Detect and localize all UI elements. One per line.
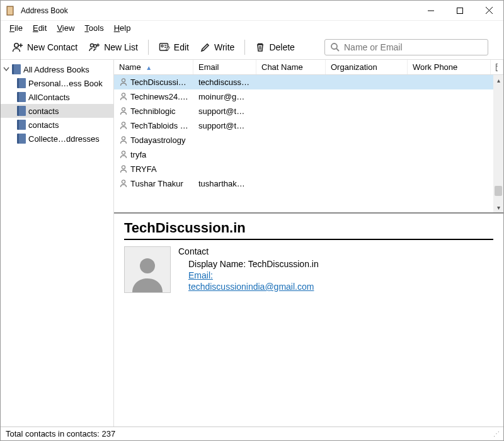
cell-chat <box>256 183 326 185</box>
sidebar-item-label: Personal…ess Book <box>28 79 103 88</box>
delete-label: Delete <box>269 42 294 52</box>
contact-detail: TechDiscussion.in Contact Display Name: … <box>114 214 503 427</box>
cell-org <box>326 111 408 112</box>
col-org[interactable]: Organization <box>326 60 408 74</box>
cell-name: TRYFA <box>114 164 193 175</box>
delete-button[interactable]: Delete <box>250 40 299 55</box>
email-label-link[interactable]: Email: <box>188 270 213 280</box>
sidebar-item[interactable]: Collecte…ddresses <box>1 132 113 146</box>
col-email[interactable]: Email <box>193 60 256 74</box>
book-icon <box>17 92 26 102</box>
sidebar-item-label: Collecte…ddresses <box>28 134 100 144</box>
detail-title: TechDiscussion.in <box>124 220 493 240</box>
sidebar-item-label: AllContacts <box>28 93 70 102</box>
cell-workphone <box>408 82 503 83</box>
cell-org <box>326 96 408 98</box>
tree-root-label: All Address Books <box>23 65 89 74</box>
menu-file[interactable]: File <box>6 22 26 34</box>
cell-name: Techniblogic <box>114 106 193 117</box>
svg-point-25 <box>122 79 125 82</box>
scroll-up-icon[interactable]: ▴ <box>493 75 503 85</box>
cell-workphone <box>408 125 503 127</box>
app-icon <box>6 6 16 16</box>
book-icon <box>17 134 26 144</box>
table-row[interactable]: Techniblogicsupport@t… <box>114 104 503 118</box>
menu-tools[interactable]: Tools <box>81 22 107 34</box>
sidebar-item[interactable]: Personal…ess Book <box>1 76 113 90</box>
separator <box>148 40 149 55</box>
table-row[interactable]: TRYFA <box>114 162 503 176</box>
minimize-button[interactable] <box>416 1 445 21</box>
cell-workphone <box>408 111 503 112</box>
sidebar-item[interactable]: AllContacts <box>1 90 113 104</box>
svg-point-14 <box>161 45 163 47</box>
search-box[interactable] <box>324 39 488 55</box>
col-name[interactable]: Name ▲ <box>114 60 193 74</box>
table-row[interactable]: TechDiscussio…techdiscuss… <box>114 75 503 89</box>
cell-org <box>326 140 408 141</box>
menu-help[interactable]: Help <box>110 22 135 34</box>
column-headers: Name ▲ Email Chat Name Organization Work… <box>114 60 503 75</box>
statusbar: Total contacts in contacts: 237 ⋰ <box>1 427 503 440</box>
maximize-button[interactable] <box>445 1 474 21</box>
menu-view[interactable]: View <box>53 22 78 34</box>
toolbar: New Contact New List Edit Write Delete <box>1 35 503 60</box>
cell-email <box>193 154 256 156</box>
sidebar-item[interactable]: contacts <box>1 104 113 118</box>
tree-root[interactable]: All Address Books <box>1 62 113 76</box>
svg-point-29 <box>122 137 125 140</box>
cell-chat <box>256 96 326 98</box>
svg-point-32 <box>122 180 125 183</box>
table-row[interactable]: Tushar Thakurtusharthak… <box>114 176 503 191</box>
cell-workphone <box>408 154 503 156</box>
cell-org <box>326 125 408 127</box>
scroll-thumb[interactable] <box>495 186 502 196</box>
write-label: Write <box>214 42 234 52</box>
table-row[interactable]: tryfa <box>114 147 503 162</box>
search-input[interactable] <box>344 42 483 52</box>
cell-name: TechDiscussio… <box>114 77 193 88</box>
person-icon <box>119 164 128 173</box>
svg-point-9 <box>91 43 94 47</box>
svg-point-26 <box>122 93 125 96</box>
resize-grip-icon[interactable]: ⋰ <box>493 430 498 437</box>
email-link[interactable]: techdiscussionindia@gmail.com <box>188 282 314 292</box>
sidebar-item[interactable]: contacts <box>1 118 113 132</box>
table-row[interactable]: TechTabloids …support@t… <box>114 118 503 133</box>
book-icon <box>17 106 26 116</box>
card-edit-icon <box>159 42 170 53</box>
svg-line-20 <box>336 49 339 51</box>
avatar <box>124 246 171 293</box>
column-picker-button[interactable] <box>491 60 503 74</box>
table-row[interactable]: Todayastrology <box>114 133 503 147</box>
col-workphone[interactable]: Work Phone <box>408 60 491 74</box>
detail-section: Contact <box>178 246 319 256</box>
svg-point-27 <box>122 108 125 111</box>
close-button[interactable] <box>474 1 503 21</box>
person-icon <box>119 77 128 86</box>
window-title: Address Book <box>21 6 416 15</box>
svg-point-6 <box>14 43 18 47</box>
person-icon <box>119 135 128 144</box>
new-contact-button[interactable]: New Contact <box>7 39 83 55</box>
col-chat[interactable]: Chat Name <box>256 60 326 74</box>
cell-name: Techinews24.… <box>114 91 193 102</box>
new-list-button[interactable]: New List <box>84 39 143 55</box>
scrollbar[interactable]: ▴ ▾ <box>493 75 503 212</box>
menu-edit[interactable]: Edit <box>29 22 50 34</box>
write-button[interactable]: Write <box>195 40 239 55</box>
table-row[interactable]: Techinews24.…moinur@g… <box>114 89 503 104</box>
contact-list: TechDiscussio…techdiscuss…Techinews24.…m… <box>114 75 503 214</box>
cell-workphone <box>408 96 503 98</box>
edit-button[interactable]: Edit <box>154 39 194 55</box>
cell-org <box>326 169 408 170</box>
cell-org <box>326 183 408 185</box>
collapse-icon[interactable] <box>3 66 9 72</box>
person-icon <box>119 179 128 188</box>
svg-rect-1 <box>8 7 13 14</box>
cell-email: support@t… <box>193 120 256 131</box>
svg-rect-3 <box>457 8 463 13</box>
status-text: Total contacts in contacts: 237 <box>6 429 115 438</box>
svg-rect-21 <box>496 64 498 71</box>
scroll-down-icon[interactable]: ▾ <box>493 202 503 212</box>
